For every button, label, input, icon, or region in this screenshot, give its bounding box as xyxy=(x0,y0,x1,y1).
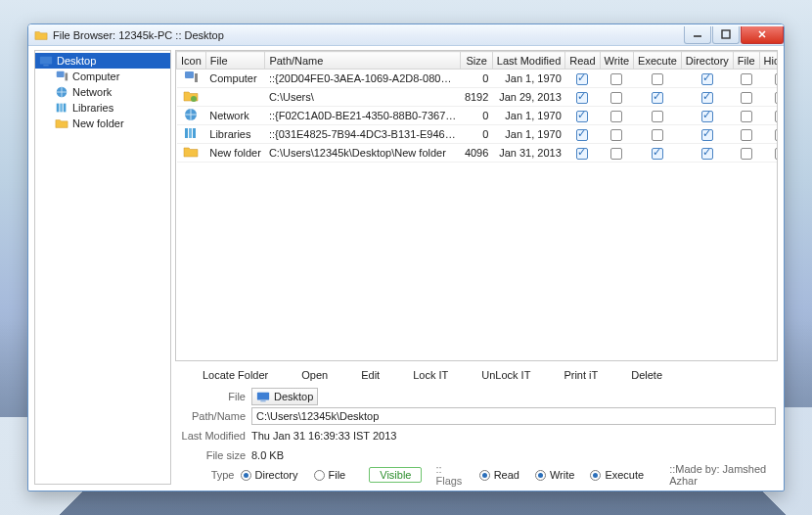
type-directory-radio[interactable]: Directory xyxy=(241,469,298,481)
checkbox-icon[interactable] xyxy=(741,73,752,85)
checkbox-icon[interactable] xyxy=(741,111,752,122)
svg-rect-2 xyxy=(43,65,48,66)
checkbox-icon[interactable] xyxy=(576,148,588,160)
checkbox-icon[interactable] xyxy=(576,92,588,104)
path-label: Path/Name xyxy=(177,410,246,422)
table-row[interactable]: Libraries::{031E4825-7B94-4DC3-B131-E946… xyxy=(177,125,779,144)
col-directory[interactable]: Directory xyxy=(681,52,733,70)
close-button[interactable] xyxy=(741,26,784,44)
desktop-icon xyxy=(256,390,270,403)
folder-tree[interactable]: Desktop Computer Network Libraries New xyxy=(34,50,171,485)
cell-path: C:\Users\ xyxy=(265,88,461,107)
col-write[interactable]: Write xyxy=(600,52,633,70)
checkbox-icon[interactable] xyxy=(741,92,752,104)
checkbox-icon[interactable] xyxy=(652,148,663,160)
tree-item-newfolder[interactable]: New folder xyxy=(51,116,170,131)
lock-button[interactable]: Lock IT xyxy=(413,369,448,381)
visible-button[interactable]: Visible xyxy=(369,467,422,483)
type-label: Type xyxy=(177,469,235,481)
col-size[interactable]: Size xyxy=(461,52,492,70)
checkbox-icon[interactable] xyxy=(775,92,778,104)
col-modified[interactable]: Last Modified xyxy=(492,52,564,70)
checkbox-icon[interactable] xyxy=(741,129,752,141)
open-button[interactable]: Open xyxy=(301,369,328,381)
cell-write xyxy=(600,88,633,107)
cell-write xyxy=(600,144,633,163)
table-row[interactable]: Computer::{20D04FE0-3AEA-1069-A2D8-08002… xyxy=(177,70,779,88)
minimize-button[interactable] xyxy=(684,26,711,44)
tree-item-network[interactable]: Network xyxy=(51,84,170,100)
folder-icon xyxy=(55,117,68,130)
table-row[interactable]: Network::{F02C1A0D-BE21-4350-88B0-7367FC… xyxy=(177,107,779,125)
checkbox-icon[interactable] xyxy=(576,73,588,85)
checkbox-icon[interactable] xyxy=(576,129,588,141)
action-bar: Locate Folder Open Edit Lock IT UnLock I… xyxy=(175,365,778,387)
table-row[interactable]: C:\Users\8192Jan 29, 2013 xyxy=(177,88,779,107)
cell-modified: Jan 29, 2013 xyxy=(492,88,564,107)
col-path[interactable]: Path/Name xyxy=(265,52,461,70)
maximize-button[interactable] xyxy=(712,26,740,44)
cell-path: ::{031E4825-7B94-4DC3-B131-E946B44C8D... xyxy=(265,125,461,144)
type-file-radio[interactable]: File xyxy=(314,469,346,481)
checkbox-icon[interactable] xyxy=(701,92,713,104)
svg-rect-16 xyxy=(257,393,269,400)
checkbox-icon[interactable] xyxy=(701,73,713,85)
locate-folder-button[interactable]: Locate Folder xyxy=(203,369,268,381)
print-button[interactable]: Print iT xyxy=(564,369,598,381)
delete-button[interactable]: Delete xyxy=(631,369,662,381)
checkbox-icon[interactable] xyxy=(652,129,663,141)
cell-size: 8192 xyxy=(461,88,492,107)
checkbox-icon[interactable] xyxy=(610,148,622,160)
flag-execute-radio[interactable]: Execute xyxy=(590,469,644,481)
file-value: Desktop xyxy=(274,391,313,402)
path-input[interactable] xyxy=(251,407,776,425)
flags-label: :: Flags xyxy=(435,463,465,487)
col-hidden[interactable]: Hidden xyxy=(759,52,778,70)
svg-rect-14 xyxy=(189,128,192,138)
tree-item-libraries[interactable]: Libraries xyxy=(51,100,170,116)
checkbox-icon[interactable] xyxy=(610,129,622,141)
checkbox-icon[interactable] xyxy=(652,73,663,85)
cell-modified: Jan 31, 2013 xyxy=(492,144,564,163)
col-file[interactable]: File xyxy=(205,52,265,70)
svg-rect-8 xyxy=(64,104,67,113)
unlock-button[interactable]: UnLock IT xyxy=(481,369,530,381)
checkbox-icon[interactable] xyxy=(775,73,778,85)
col-icon[interactable]: Icon xyxy=(177,52,206,70)
cell-modified: Jan 1, 1970 xyxy=(492,107,564,125)
checkbox-icon[interactable] xyxy=(775,148,778,160)
checkbox-icon[interactable] xyxy=(610,92,622,104)
checkbox-icon[interactable] xyxy=(701,129,713,141)
cell-path: ::{20D04FE0-3AEA-1069-A2D8-08002B3030... xyxy=(265,70,461,88)
file-chip[interactable]: Desktop xyxy=(251,388,318,405)
cell-filecol xyxy=(733,144,759,163)
cell-hidden xyxy=(759,107,778,125)
flag-write-radio[interactable]: Write xyxy=(535,469,574,481)
edit-button[interactable]: Edit xyxy=(361,369,380,381)
tree-root-desktop[interactable]: Desktop xyxy=(35,53,170,69)
flag-read-radio[interactable]: Read xyxy=(479,469,519,481)
cell-icon xyxy=(177,107,206,125)
checkbox-icon[interactable] xyxy=(652,111,663,122)
table-header-row[interactable]: Icon File Path/Name Size Last Modified R… xyxy=(177,52,779,70)
checkbox-icon[interactable] xyxy=(775,111,778,122)
svg-rect-17 xyxy=(260,400,265,401)
tree-label: Desktop xyxy=(57,55,96,67)
checkbox-icon[interactable] xyxy=(775,129,778,141)
checkbox-icon[interactable] xyxy=(576,111,588,122)
checkbox-icon[interactable] xyxy=(701,148,713,160)
checkbox-icon[interactable] xyxy=(652,92,663,104)
col-execute[interactable]: Execute xyxy=(634,52,682,70)
client-area: Desktop Computer Network Libraries New xyxy=(28,46,784,491)
col-read[interactable]: Read xyxy=(565,52,600,70)
titlebar[interactable]: File Browser: 12345k-PC :: Desktop xyxy=(28,24,784,46)
file-list[interactable]: Icon File Path/Name Size Last Modified R… xyxy=(175,50,778,361)
checkbox-icon[interactable] xyxy=(701,111,713,122)
cell-size: 0 xyxy=(461,70,492,88)
table-row[interactable]: New folderC:\Users\12345k\Desktop\New fo… xyxy=(177,144,779,163)
checkbox-icon[interactable] xyxy=(741,148,752,160)
col-filecol[interactable]: File xyxy=(733,52,759,70)
tree-item-computer[interactable]: Computer xyxy=(51,69,170,84)
checkbox-icon[interactable] xyxy=(610,73,622,85)
checkbox-icon[interactable] xyxy=(610,111,622,122)
